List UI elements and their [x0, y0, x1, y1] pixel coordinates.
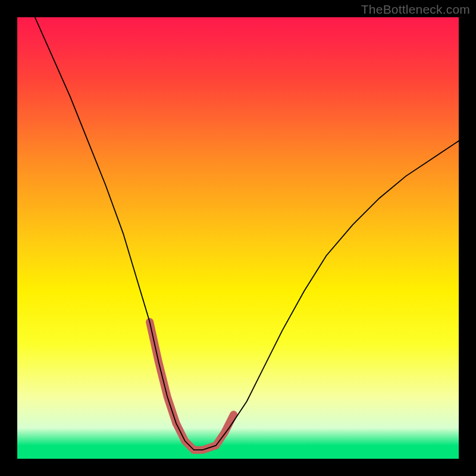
highlight-left [150, 322, 177, 424]
curve-layer [17, 17, 459, 459]
plot-area [17, 17, 459, 459]
watermark-text: TheBottleneck.com [361, 2, 470, 17]
bottleneck-curve [35, 17, 459, 450]
highlight-floor [176, 424, 216, 450]
highlight-right [216, 415, 234, 446]
chart-canvas: TheBottleneck.com [0, 0, 476, 476]
